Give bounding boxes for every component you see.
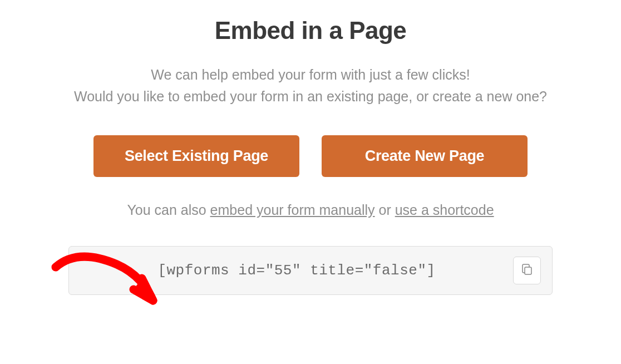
description-line-1: We can help embed your form with just a …: [151, 67, 470, 82]
copy-icon: [520, 263, 534, 278]
embed-manually-link[interactable]: embed your form manually: [210, 202, 375, 218]
use-shortcode-link[interactable]: use a shortcode: [395, 202, 494, 218]
helper-prefix: You can also: [127, 202, 210, 218]
description-text: We can help embed your form with just a …: [74, 64, 547, 107]
helper-text: You can also embed your form manually or…: [127, 202, 494, 218]
shortcode-box: [wpforms id="55" title="false"]: [68, 246, 553, 295]
page-title: Embed in a Page: [215, 17, 407, 45]
create-new-page-button[interactable]: Create New Page: [322, 135, 528, 177]
description-line-2: Would you like to embed your form in an …: [74, 88, 547, 104]
shortcode-text: [wpforms id="55" title="false"]: [80, 262, 513, 279]
copy-shortcode-button[interactable]: [513, 257, 541, 284]
button-row: Select Existing Page Create New Page: [93, 135, 528, 177]
select-existing-page-button[interactable]: Select Existing Page: [93, 135, 299, 177]
svg-rect-0: [525, 267, 531, 274]
helper-middle: or: [375, 202, 395, 218]
